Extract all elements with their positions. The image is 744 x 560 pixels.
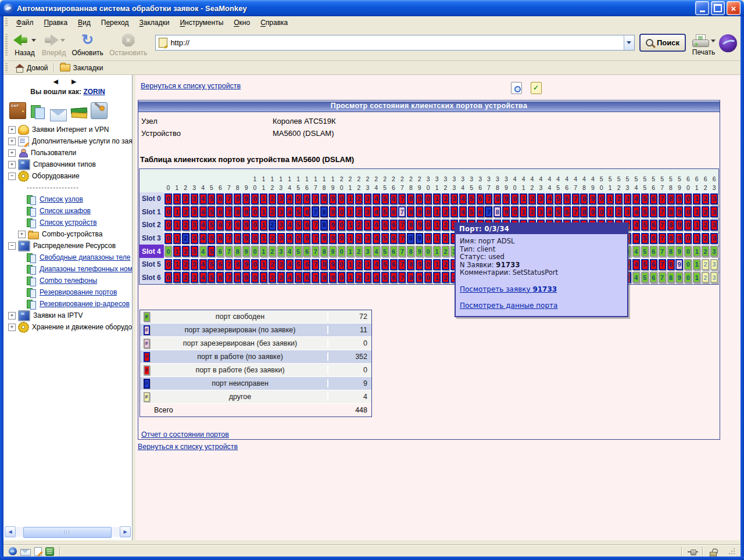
port-cell[interactable]: 9 <box>416 272 423 283</box>
port-cell[interactable]: 8 <box>407 206 414 217</box>
port-cell[interactable]: 3 <box>537 193 545 204</box>
port-cell[interactable]: 0 <box>164 206 172 217</box>
port-cell[interactable]: 7 <box>572 193 580 204</box>
port-cell[interactable]: 6 <box>650 193 657 204</box>
port-cell[interactable]: 3 <box>277 259 285 270</box>
port-cell[interactable]: 0 <box>251 272 259 283</box>
port-cell[interactable]: 1 <box>260 259 267 270</box>
port-cell[interactable]: 5 <box>641 193 649 204</box>
expand-icon[interactable]: + <box>8 126 16 134</box>
pages-icon[interactable] <box>30 103 46 119</box>
port-cell[interactable]: 0 <box>511 206 518 217</box>
port-cell[interactable]: 5 <box>295 272 302 283</box>
port-cell[interactable]: 3 <box>364 193 371 204</box>
port-cell[interactable]: 6 <box>563 193 571 204</box>
port-cell[interactable]: 8 <box>667 220 675 231</box>
port-cell[interactable]: 3 <box>364 220 371 231</box>
port-cell[interactable]: 5 <box>381 259 389 270</box>
port-cell[interactable]: 5 <box>295 233 302 244</box>
menu-item[interactable]: Закладки <box>134 17 174 28</box>
port-cell[interactable]: 1 <box>260 220 267 231</box>
port-cell[interactable]: 7 <box>225 193 233 204</box>
port-cell[interactable]: 8 <box>234 206 241 217</box>
port-cell[interactable]: 0 <box>424 206 432 217</box>
port-cell[interactable]: 6 <box>216 193 224 204</box>
resize-grip[interactable] <box>728 548 735 555</box>
port-cell[interactable]: 0 <box>424 233 432 244</box>
user-link[interactable]: ZORIN <box>83 88 105 96</box>
port-cell[interactable]: 8 <box>407 220 414 231</box>
port-cell[interactable]: 7 <box>398 233 406 244</box>
sidebar-horizontal-scrollbar[interactable]: ◀ ▶ <box>5 527 131 537</box>
port-cell[interactable]: 0 <box>338 220 345 231</box>
port-cell[interactable]: 2 <box>355 233 363 244</box>
port-cell[interactable]: 6 <box>216 206 224 217</box>
port-cell[interactable]: 1 <box>260 193 267 204</box>
port-cell[interactable]: 1 <box>606 193 614 204</box>
port-cell[interactable]: 9 <box>675 220 683 231</box>
port-cell[interactable]: 5 <box>381 220 389 231</box>
port-cell[interactable]: 1 <box>260 272 267 283</box>
port-cell[interactable]: 0 <box>251 233 259 244</box>
port-cell[interactable]: 3 <box>277 233 285 244</box>
bookmark-page-icon[interactable] <box>159 38 167 48</box>
collapse-icon[interactable]: − <box>8 242 16 250</box>
port-cell[interactable]: 9 <box>416 246 423 257</box>
port-cell[interactable]: 1 <box>433 246 441 257</box>
port-cell[interactable]: 6 <box>477 206 484 217</box>
port-cell[interactable]: 7 <box>312 246 319 257</box>
port-cell[interactable]: 5 <box>208 206 215 217</box>
expand-icon[interactable]: + <box>8 138 16 145</box>
port-cell[interactable]: 9 <box>329 272 337 283</box>
menu-item[interactable]: Инструменты <box>174 17 228 28</box>
port-cell[interactable]: 2 <box>269 193 276 204</box>
port-cell[interactable]: 6 <box>563 206 571 217</box>
port-cell[interactable]: 8 <box>320 259 328 270</box>
port-cell[interactable]: 0 <box>338 272 345 283</box>
port-cell[interactable]: 4 <box>199 193 207 204</box>
port-cell[interactable]: 4 <box>373 193 380 204</box>
toolbar-grippy[interactable] <box>5 63 8 72</box>
port-cell[interactable]: 0 <box>424 259 432 270</box>
port-cell[interactable]: 0 <box>598 193 605 204</box>
port-cell[interactable]: 8 <box>320 220 328 231</box>
port-cell[interactable]: 8 <box>234 259 241 270</box>
port-cell[interactable]: 7 <box>225 259 233 270</box>
port-cell[interactable]: 2 <box>702 206 709 217</box>
port-cell[interactable]: 5 <box>555 206 562 217</box>
port-cell[interactable]: 4 <box>373 233 380 244</box>
search-button[interactable]: Поиск <box>639 34 686 52</box>
port-cell[interactable]: 5 <box>295 220 302 231</box>
port-cell[interactable]: 2 <box>615 193 623 204</box>
port-cell[interactable]: 1 <box>520 193 527 204</box>
tooltip-link[interactable]: Посмотреть заявку 91733 <box>460 285 623 293</box>
port-cell[interactable]: 1 <box>520 206 527 217</box>
port-cell[interactable]: 8 <box>234 246 241 257</box>
back-button[interactable]: Назад <box>11 31 38 58</box>
port-cell[interactable]: 7 <box>659 246 666 257</box>
sidebar-collapse-arrows[interactable]: ◀ ▶ <box>3 78 132 85</box>
port-cell[interactable]: 7 <box>659 206 666 217</box>
port-cell[interactable]: 2 <box>702 259 709 270</box>
port-cell[interactable]: 1 <box>173 220 181 231</box>
bookmarks-button[interactable]: Закладки <box>56 63 108 73</box>
port-cell[interactable]: 8 <box>407 272 414 283</box>
port-cell[interactable]: 4 <box>286 193 294 204</box>
port-cell[interactable]: 5 <box>381 246 389 257</box>
port-cell[interactable]: 4 <box>199 233 207 244</box>
port-cell[interactable]: 0 <box>338 246 345 257</box>
port-cell[interactable]: 8 <box>580 193 588 204</box>
expand-icon[interactable]: + <box>8 324 16 331</box>
port-cell[interactable]: 9 <box>329 233 337 244</box>
port-cell[interactable]: 7 <box>312 220 319 231</box>
port-cell[interactable]: 4 <box>199 220 207 231</box>
port-cell[interactable]: 2 <box>355 259 363 270</box>
port-cell[interactable]: 0 <box>424 246 432 257</box>
port-cell[interactable]: 2 <box>269 220 276 231</box>
port-cell[interactable]: 2 <box>615 206 623 217</box>
home-button[interactable]: Домой <box>11 63 52 73</box>
port-cell[interactable]: 3 <box>191 259 198 270</box>
port-cell[interactable]: 8 <box>234 272 241 283</box>
port-cell[interactable]: 5 <box>208 193 215 204</box>
forward-button[interactable]: Вперёд <box>40 31 69 58</box>
